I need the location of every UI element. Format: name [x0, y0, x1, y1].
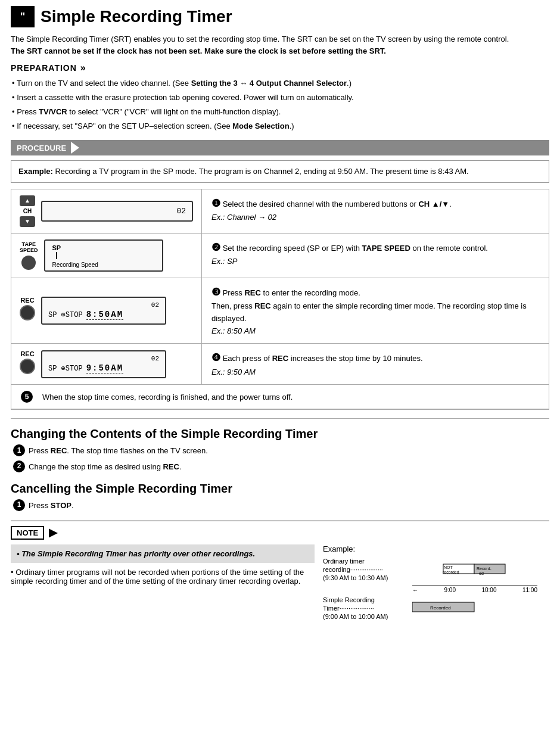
tl-svg-2: Recorded [412, 601, 537, 614]
tl-bar-row-2: Recorded [412, 601, 549, 615]
rec-circle-3[interactable] [20, 305, 35, 320]
step-row-2: TAPESPEED SP Recording Speed ❷ Set the r… [11, 234, 549, 278]
step-1-number: ❶ [211, 198, 220, 209]
cancelling-step-1: 1 Press STOP. [13, 499, 549, 512]
note-highlight-text: • The Simple Recording Timer has priorit… [17, 549, 255, 558]
note-bar: NOTE ▶ [11, 526, 549, 540]
procedure-label: PROCEDURE [17, 144, 66, 152]
rec-time-3: 8:50AM [86, 310, 123, 320]
svg-text:ed: ed [479, 571, 484, 575]
note-arrow-icon: ▶ [49, 526, 57, 539]
changing-step-1-text: Press REC. The stop time flashes on the … [29, 444, 208, 457]
ch-buttons: ▲ CH ▼ [20, 195, 35, 227]
divider-1 [11, 418, 549, 419]
preparation-header: PREPARATION » [11, 63, 549, 73]
step-3-right: ❸ Press REC to enter the recording mode.… [202, 278, 549, 344]
cancelling-step-1-text: Press STOP. [29, 499, 74, 512]
prep-arrows: » [80, 63, 86, 73]
prep-item-2: • Insert a cassette with the erasure pro… [12, 91, 549, 104]
note-highlight: • The Simple Recording Timer has priorit… [11, 544, 315, 564]
changing-step-1-num: 1 [13, 444, 25, 456]
rec-area-3: REC 02 SP ⊕STOP 8:50AM [20, 297, 166, 325]
step-4-left: REC 02 SP ⊕STOP 9:50AM [11, 344, 202, 384]
tl-svg-1: NOT recorded Record- ed [412, 563, 537, 576]
prep-item-1: • Turn on the TV and select the video ch… [12, 77, 549, 90]
step-1-text: Select the desired channel with the numb… [211, 200, 452, 222]
tick-1100-label: 11:00 [522, 587, 537, 593]
cancelling-steps: 1 Press STOP. [13, 499, 549, 512]
note-example-label: Example: [323, 544, 549, 553]
rec-time-4: 9:50AM [86, 363, 123, 374]
changing-step-2-num: 2 [13, 460, 25, 472]
step-2-text: Set the recording speed (SP or EP) with … [211, 244, 488, 266]
ch-up-btn[interactable]: ▲ [20, 195, 35, 206]
prep-item-3: • Press TV/VCR to select "VCR" ("VCR" wi… [12, 105, 549, 119]
step-4-text: Each press of REC increases the stop tim… [211, 354, 423, 376]
rec-button-3[interactable]: REC [20, 297, 35, 320]
rec-status-3: SP ⊕STOP [48, 310, 83, 319]
sp-text: SP [52, 244, 61, 251]
ch-down-btn[interactable]: ▼ [20, 216, 35, 227]
example-label: Example: [18, 167, 53, 176]
tape-speed-label: TAPESPEED [20, 241, 38, 254]
timeline-chart: Ordinary timer recording················… [323, 557, 549, 621]
tl-axis: ← 9:00 10:00 11:00 [412, 585, 549, 593]
rec-display-3: 02 SP ⊕STOP 8:50AM [41, 297, 166, 325]
step-2-right: ❷ Set the recording speed (SP or EP) wit… [202, 234, 549, 278]
step-2-left: TAPESPEED SP Recording Speed [11, 234, 202, 278]
changing-title: Changing the Contents of the Simple Reco… [11, 427, 549, 441]
page-header: " Simple Recording Timer [11, 6, 549, 27]
rec-bottom-4: SP ⊕STOP 9:50AM [48, 363, 159, 374]
step-3-left: REC 02 SP ⊕STOP 8:50AM [11, 278, 202, 344]
tick-900-label: 9:00 [444, 587, 455, 593]
changing-step-2-text: Change the stop time as desired using RE… [29, 460, 182, 474]
step-4-right: ❹ Each press of REC increases the stop t… [202, 344, 549, 384]
step-3-number: ❸ [211, 287, 220, 298]
rec-area-4: REC 02 SP ⊕STOP 9:50AM [20, 350, 166, 378]
recording-speed-label: Recording Speed [52, 262, 155, 268]
prep-item-4: • If necessary, set "SAP" on the SET UP–… [12, 120, 549, 133]
channel-number: 02 [48, 207, 186, 216]
step-4-number: ❹ [211, 352, 220, 363]
prep-title: PREPARATION [11, 63, 77, 73]
step-1-right: ❶ Select the desired channel with the nu… [202, 189, 549, 233]
step-5-number: 5 [21, 391, 33, 403]
rec-bottom-3: SP ⊕STOP 8:50AM [48, 310, 159, 320]
cancelling-title: Cancelling the Simple Recording Timer [11, 482, 549, 496]
procedure-arrow-icon [71, 142, 79, 154]
note-section: NOTE ▶ • The Simple Recording Timer has … [11, 521, 549, 621]
changing-step-1: 1 Press REC. The stop time flashes on th… [13, 444, 549, 457]
step-1-left: ▲ CH ▼ 02 [11, 189, 202, 233]
rec-channel-4: 02 [48, 355, 159, 362]
rec-label-4: REC [20, 350, 34, 357]
tl-bar-row-1: NOT recorded Record- ed [412, 563, 549, 576]
procedure-bar: PROCEDURE [11, 140, 549, 155]
step-row-1: ▲ CH ▼ 02 ❶ Select the desired channel w… [11, 189, 549, 234]
intro-line2: The SRT cannot be set if the clock has n… [11, 45, 549, 57]
rec-label-3: REC [20, 297, 34, 304]
tl-ticks: ← 9:00 10:00 11:00 [412, 585, 537, 593]
step-row-5: 5 When the stop time comes, recording is… [11, 385, 549, 409]
changing-steps: 1 Press REC. The stop time flashes on th… [13, 444, 549, 473]
tape-speed-area: TAPESPEED SP Recording Speed [20, 239, 163, 272]
note-content: • The Simple Recording Timer has priorit… [11, 544, 549, 621]
tape-speed-circle[interactable] [21, 256, 36, 270]
step-5-text: When the stop time comes, recording is f… [42, 393, 293, 401]
rec-status-4: SP ⊕STOP [48, 364, 83, 373]
rec-button-4[interactable]: REC [20, 350, 35, 374]
sp-indicator-row: SP [52, 244, 155, 251]
rec-circle-4[interactable] [20, 359, 35, 374]
svg-text:NOT: NOT [444, 565, 453, 569]
svg-text:Recorded: Recorded [430, 605, 451, 611]
timeline-row-1: Ordinary timer recording················… [323, 557, 549, 583]
tape-speed-button[interactable]: TAPESPEED [20, 241, 38, 270]
timeline-row-2: Simple Recording Timer··················… [323, 596, 549, 621]
svg-text:Record-: Record- [477, 567, 492, 571]
intro-line1: The Simple Recording Timer (SRT) enables… [11, 33, 549, 45]
speed-display: SP Recording Speed [44, 239, 163, 272]
ch-label: CH [23, 208, 32, 214]
prep-list: • Turn on the TV and select the video ch… [12, 77, 549, 133]
page-title: Simple Recording Timer [41, 7, 232, 26]
note-left: • The Simple Recording Timer has priorit… [11, 544, 315, 621]
step-2-number: ❷ [211, 242, 220, 253]
